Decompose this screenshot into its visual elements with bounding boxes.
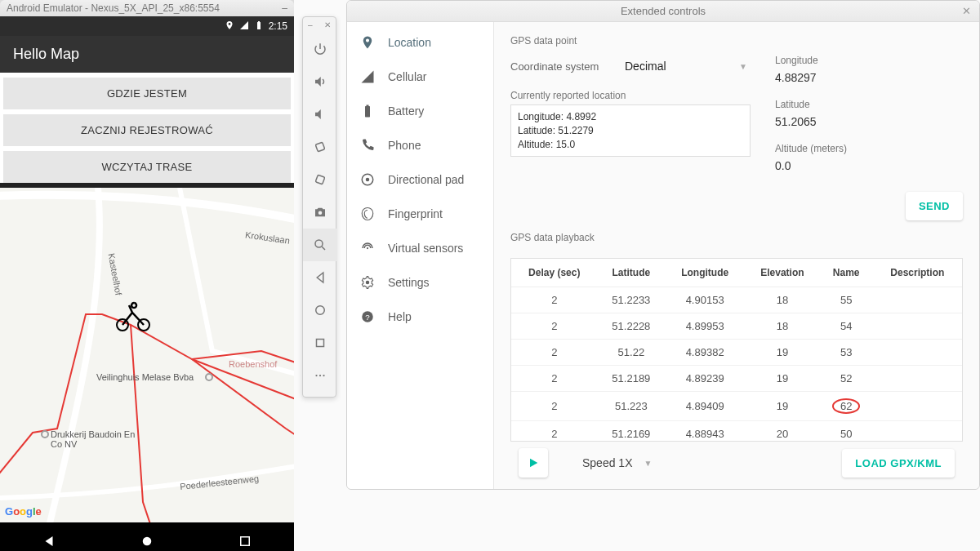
play-button[interactable] [519,448,548,478]
battery-icon [254,20,264,33]
table-cell: 62 [820,392,873,421]
sidebar-item-dpad[interactable]: Directional pad [347,162,493,197]
home-button[interactable] [303,294,337,327]
settings-icon [360,275,375,290]
column-header[interactable]: Name [820,259,873,287]
emulator-window: Android Emulator - Nexus_5X_API_25_x86:5… [0,0,294,551]
svg-point-2 [206,374,212,380]
chevron-down-icon: ▼ [739,62,747,71]
send-button[interactable]: SEND [906,192,963,220]
sidebar-item-help[interactable]: ?Help [347,300,493,334]
extended-controls-sidebar: LocationCellularBatteryPhoneDirectional … [347,22,494,489]
sidebar-item-label: Battery [388,104,424,118]
table-row[interactable]: 251.21694.889432050 [511,421,962,442]
coord-system-select[interactable]: Decimal ▼ [625,55,747,78]
table-row[interactable]: 251.224.893821953 [511,340,962,366]
table-cell [873,366,962,392]
table-row[interactable]: 251.22284.899531854 [511,313,962,340]
svg-rect-5 [241,536,250,545]
speed-value: Speed 1X [582,456,633,469]
table-row[interactable]: 251.2234.894091962 [511,392,962,421]
longitude-input[interactable]: 4.88297 [775,69,963,86]
rotate-left-button[interactable] [303,131,337,163]
minimize-icon[interactable]: – [282,0,287,16]
minimize-icon[interactable]: – [308,20,313,29]
table-cell: 4.89953 [665,313,745,340]
table-cell: 2 [511,313,598,340]
table-cell: 19 [745,366,820,392]
signal-icon [239,20,249,33]
table-cell: 2 [511,340,598,366]
gps-point-heading: GPS data point [510,35,963,47]
more-button[interactable] [303,359,337,392]
table-cell: 19 [745,392,820,421]
table-row[interactable]: 251.21894.892391952 [511,366,962,392]
latitude-input[interactable]: 51.2065 [775,113,963,130]
sidebar-item-sensors[interactable]: Virtual sensors [347,231,493,265]
close-icon[interactable]: ✕ [324,20,331,29]
rotate-right-button[interactable] [303,163,337,196]
where-am-i-button[interactable]: GDZIE JESTEM [3,78,291,109]
overview-icon[interactable] [238,534,252,551]
dpad-icon [360,172,375,187]
home-icon[interactable] [140,534,154,551]
column-header[interactable]: Description [873,259,962,287]
sidebar-item-battery[interactable]: Battery [347,94,493,128]
reported-location-box: Longitude: 4.8992 Latitude: 51.2279 Alti… [510,104,751,157]
table-cell: 4.89409 [665,392,745,421]
table-cell: 54 [820,313,873,340]
svg-point-9 [315,240,323,247]
table-row[interactable]: 251.22334.901531855 [511,287,962,313]
android-navbar [0,522,294,551]
sidebar-item-phone[interactable]: Phone [347,128,493,162]
power-button[interactable] [303,33,337,65]
sidebar-item-fingerprint[interactable]: Fingerprint [347,197,493,231]
longitude-label: Longitude [775,55,963,66]
sidebar-item-cellular[interactable]: Cellular [347,60,493,94]
table-cell: 4.89239 [665,366,745,392]
table-cell: 2 [511,366,598,392]
table-cell: 51.2189 [598,366,666,392]
table-cell: 51.223 [598,392,666,421]
zoom-button[interactable] [303,229,337,261]
column-header[interactable]: Delay (sec) [511,259,598,287]
table-cell: 51.22 [598,340,666,366]
sidebar-item-location[interactable]: Location [347,25,493,60]
altitude-input[interactable]: 0.0 [775,158,963,174]
back-button[interactable] [303,261,337,294]
column-header[interactable]: Longitude [665,259,745,287]
playback-heading: GPS data playback [510,232,963,243]
table-cell: 2 [511,287,598,313]
back-icon[interactable] [42,534,56,551]
volume-down-button[interactable] [303,98,337,131]
load-gpx-button[interactable]: LOAD GPX/KML [842,449,955,478]
column-header[interactable]: Elevation [745,259,820,287]
close-icon[interactable]: ✕ [962,1,971,22]
table-cell: 53 [820,340,873,366]
start-recording-button[interactable]: ZACZNIJ REJESTROWAĆ [3,114,291,146]
svg-point-4 [143,536,152,545]
battery-icon [360,104,375,118]
sidebar-item-settings[interactable]: Settings [347,265,493,300]
overview-button[interactable] [303,327,337,359]
speed-select[interactable]: Speed 1X ▼ [572,451,662,474]
emulator-titlebar[interactable]: Android Emulator - Nexus_5X_API_25_x86:5… [0,0,294,16]
reported-latitude: Latitude: 51.2279 [518,124,743,138]
phone-icon [360,138,375,153]
table-cell: 50 [820,421,873,442]
sidebar-item-label: Help [388,310,412,323]
button-column: GDZIE JESTEM ZACZNIJ REJESTROWAĆ WCZYTAJ… [0,73,294,183]
map-view[interactable]: Krokuslaan Kasteelhof Roebenshof Veiling… [0,188,294,522]
extended-controls-window: Extended controls ✕ LocationCellularBatt… [346,0,980,490]
location-icon [360,35,375,50]
svg-point-13 [319,375,321,376]
extended-controls-titlebar[interactable]: Extended controls ✕ [347,1,979,22]
svg-point-8 [318,211,323,216]
sidebar-item-label: Settings [388,276,430,289]
load-route-button[interactable]: WCZYTAJ TRASE [3,151,291,183]
app-title: Hello Map [13,46,79,62]
screenshot-button[interactable] [303,196,337,229]
column-header[interactable]: Latitude [598,259,666,287]
altitude-label: Altitude (meters) [775,143,963,154]
volume-up-button[interactable] [303,65,337,98]
